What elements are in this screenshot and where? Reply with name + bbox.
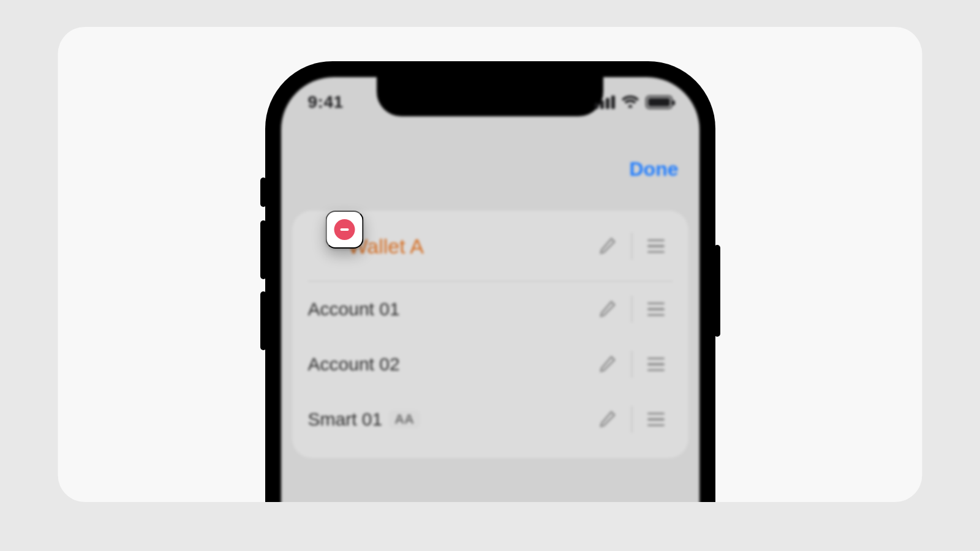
- side-button: [260, 220, 266, 279]
- side-button: [714, 245, 720, 337]
- list-item: Smart 01 AA: [292, 392, 688, 447]
- pencil-icon: [598, 236, 617, 257]
- divider: [631, 406, 632, 433]
- drag-handle[interactable]: [639, 230, 673, 263]
- minus-circle-icon: [334, 219, 355, 240]
- divider: [631, 351, 632, 378]
- side-button: [260, 178, 266, 207]
- phone-screen: 9:41 Done Wallet A: [281, 77, 699, 502]
- divider: [631, 233, 632, 260]
- pencil-icon: [598, 354, 617, 375]
- stage: 9:41 Done Wallet A: [58, 27, 922, 502]
- pencil-icon: [598, 299, 617, 320]
- done-button[interactable]: Done: [630, 158, 679, 181]
- status-bar: 9:41: [281, 77, 699, 127]
- side-button: [260, 291, 266, 350]
- list-item: Account 02: [292, 337, 688, 392]
- wifi-icon: [621, 94, 639, 110]
- divider: [631, 296, 632, 323]
- cellular-icon: [595, 96, 615, 109]
- status-indicators: [595, 94, 673, 110]
- edit-button[interactable]: [591, 293, 624, 326]
- list-item: Account 01: [292, 282, 688, 337]
- item-label: Smart 01: [308, 409, 383, 430]
- drag-handle-icon: [647, 302, 665, 317]
- status-time: 9:41: [308, 92, 344, 112]
- edit-button[interactable]: [591, 230, 624, 263]
- drag-handle-icon: [647, 358, 665, 372]
- drag-handle[interactable]: [639, 403, 673, 436]
- edit-button[interactable]: [591, 348, 624, 381]
- item-badge: AA: [388, 410, 420, 429]
- drag-handle[interactable]: [639, 293, 673, 326]
- delete-wallet-button[interactable]: [326, 211, 364, 249]
- nav-bar: Done: [281, 144, 699, 193]
- phone-frame: 9:41 Done Wallet A: [265, 61, 715, 502]
- drag-handle-icon: [647, 239, 665, 253]
- edit-button[interactable]: [591, 403, 624, 436]
- drag-handle-icon: [647, 413, 665, 427]
- item-label: Account 01: [308, 299, 400, 320]
- item-label: Account 02: [308, 354, 400, 375]
- battery-icon: [646, 96, 673, 109]
- pencil-icon: [598, 410, 617, 430]
- drag-handle[interactable]: [639, 348, 673, 381]
